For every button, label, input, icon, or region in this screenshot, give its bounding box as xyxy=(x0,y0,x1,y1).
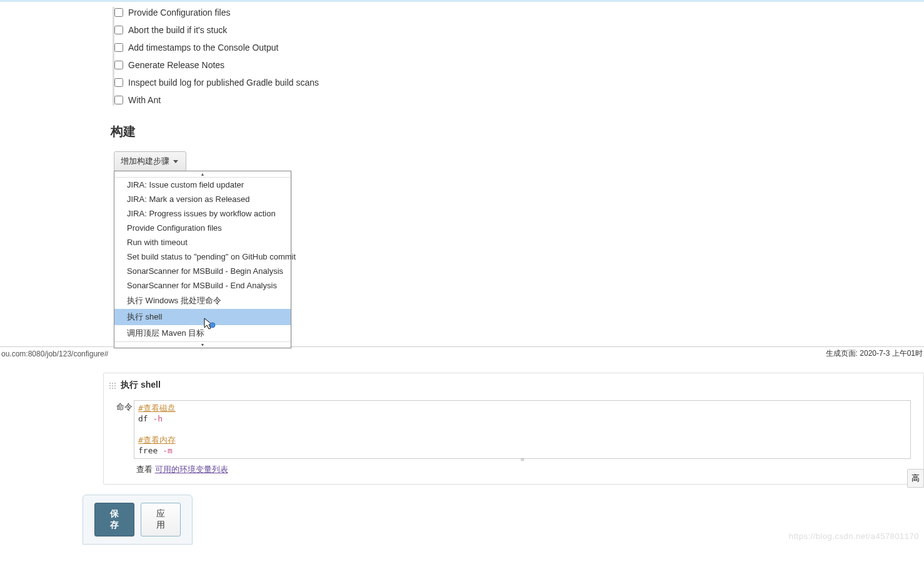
code-cmd-2: free xyxy=(138,446,158,455)
button-label: 增加构建步骤 xyxy=(121,156,169,167)
execute-shell-step: 执行 shell 命令 #查看磁盘 df -h #查看内存 free -m ≡ … xyxy=(103,373,924,485)
checkbox-input[interactable] xyxy=(114,78,123,87)
drag-handle-icon[interactable] xyxy=(109,382,116,389)
resize-handle-icon[interactable]: ≡ xyxy=(513,455,532,458)
code-flag-1: -h xyxy=(153,414,163,423)
floating-action-bar: 保存 应用 xyxy=(83,495,193,545)
dropdown-item[interactable]: 执行 shell xyxy=(114,309,291,325)
add-build-step-button[interactable]: 增加构建步骤 xyxy=(114,151,186,171)
dropdown-item[interactable]: SonarScanner for MSBuild - End Analysis xyxy=(114,278,291,293)
checkbox-input[interactable] xyxy=(114,26,123,34)
checkbox-with-ant[interactable]: With Ant xyxy=(114,94,924,106)
code-cmd-1: df xyxy=(138,414,148,423)
checkbox-label: Generate Release Notes xyxy=(128,60,224,70)
checkbox-label: Add timestamps to the Console Output xyxy=(128,43,278,53)
code-flag-2: -m xyxy=(163,446,173,455)
checkbox-label: Inspect build log for published Gradle b… xyxy=(128,78,319,88)
code-comment-1: #查看磁盘 xyxy=(138,403,176,413)
code-comment-2: #查看内存 xyxy=(138,435,176,445)
checkbox-input[interactable] xyxy=(114,96,123,104)
shell-command-editor[interactable]: #查看磁盘 df -h #查看内存 free -m ≡ xyxy=(134,400,911,459)
checkbox-timestamps[interactable]: Add timestamps to the Console Output xyxy=(114,42,924,53)
dropdown-item[interactable]: Run with timeout xyxy=(114,235,291,249)
add-step-dropdown: ▲ JIRA: Issue custom field updaterJIRA: … xyxy=(114,171,291,348)
dropdown-item[interactable]: JIRA: Progress issues by workflow action xyxy=(114,206,291,221)
checkbox-label: Abort the build if it's stuck xyxy=(128,25,227,35)
dropdown-item[interactable]: 调用顶层 Maven 目标 xyxy=(114,325,291,341)
dropdown-item[interactable]: 执行 Windows 批处理命令 xyxy=(114,293,291,309)
checkbox-inspect-gradle[interactable]: Inspect build log for published Gradle b… xyxy=(114,77,924,88)
watermark-text: https://blog.csdn.net/a457801170 xyxy=(789,531,919,541)
page-timestamp: 生成页面: 2020-7-3 上午01时 xyxy=(826,348,923,359)
dropdown-item[interactable]: SonarScanner for MSBuild - Begin Analysi… xyxy=(114,264,291,278)
step-title: 执行 shell xyxy=(121,380,161,391)
env-vars-link[interactable]: 可用的环境变量列表 xyxy=(155,465,228,474)
apply-button[interactable]: 应用 xyxy=(141,503,181,536)
checkbox-abort-stuck[interactable]: Abort the build if it's stuck xyxy=(114,24,924,36)
command-label: 命令 xyxy=(116,401,134,413)
checkbox-provide-config[interactable]: Provide Configuration files xyxy=(114,7,924,18)
checkbox-input[interactable] xyxy=(114,8,123,17)
build-section-title: 构建 xyxy=(111,123,924,140)
env-link-prefix: 查看 xyxy=(136,465,153,474)
checkbox-input[interactable] xyxy=(114,61,123,69)
save-button[interactable]: 保存 xyxy=(94,503,134,536)
dropdown-item[interactable]: Provide Configuration files xyxy=(114,221,291,235)
checkbox-release-notes[interactable]: Generate Release Notes xyxy=(114,59,924,71)
checkbox-label: With Ant xyxy=(128,95,161,105)
dropdown-scroll-down[interactable]: ▼ xyxy=(114,341,291,348)
build-env-options: Provide Configuration files Abort the bu… xyxy=(113,7,924,106)
dropdown-item[interactable]: JIRA: Issue custom field updater xyxy=(114,178,291,192)
advanced-button[interactable]: 高 xyxy=(907,469,924,488)
status-url: ou.com:8080/job/123/configure# xyxy=(1,350,108,358)
dropdown-item[interactable]: JIRA: Mark a version as Released xyxy=(114,192,291,206)
checkbox-input[interactable] xyxy=(114,43,123,52)
checkbox-label: Provide Configuration files xyxy=(128,8,230,18)
dropdown-item[interactable]: Set build status to "pending" on GitHub … xyxy=(114,249,291,264)
dropdown-scroll-up[interactable]: ▲ xyxy=(114,171,291,178)
chevron-down-icon xyxy=(173,160,178,163)
